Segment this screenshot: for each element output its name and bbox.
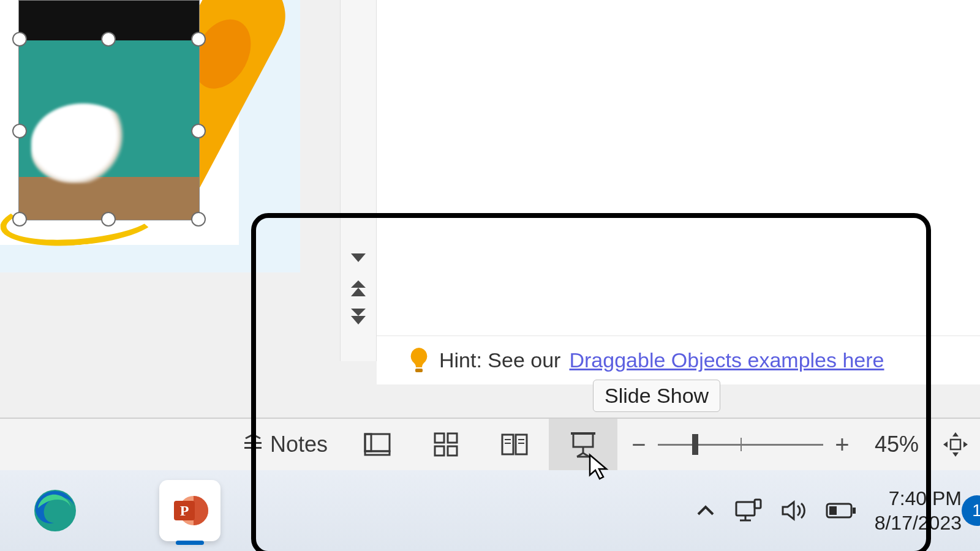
- vertical-scrollbar[interactable]: [340, 0, 377, 361]
- svg-marker-2: [351, 288, 366, 296]
- slide[interactable]: [0, 0, 239, 245]
- notes-label: Notes: [270, 432, 328, 457]
- powerpoint-icon[interactable]: P: [159, 480, 221, 541]
- resize-handle-nw[interactable]: [12, 32, 27, 47]
- svg-marker-3: [351, 309, 366, 316]
- reading-view-icon: [501, 432, 528, 457]
- zoom-slider[interactable]: [658, 444, 823, 446]
- slide-show-icon: [570, 431, 597, 458]
- svg-rect-5: [415, 369, 423, 372]
- taskbar[interactable]: P 7:40 PM 8/17/2023 1: [0, 470, 980, 551]
- battery-icon[interactable]: [826, 501, 856, 520]
- resize-handle-sw[interactable]: [12, 212, 27, 227]
- normal-view-icon: [364, 433, 391, 456]
- svg-rect-21: [573, 433, 593, 447]
- svg-rect-7: [244, 442, 262, 444]
- svg-rect-10: [365, 451, 390, 455]
- fit-to-window-icon: [942, 431, 969, 458]
- svg-rect-13: [435, 446, 444, 455]
- resize-handle-n[interactable]: [101, 32, 116, 47]
- zoom-control: − +: [624, 431, 858, 459]
- clock[interactable]: 7:40 PM 8/17/2023: [875, 486, 962, 535]
- fit-to-window-button[interactable]: [937, 419, 974, 470]
- network-icon[interactable]: [734, 498, 762, 523]
- svg-rect-11: [435, 433, 444, 443]
- svg-text:P: P: [180, 503, 189, 519]
- normal-view-button[interactable]: [343, 419, 412, 470]
- slide-canvas[interactable]: [0, 0, 300, 272]
- resize-handle-ne[interactable]: [191, 32, 206, 47]
- svg-marker-4: [351, 316, 366, 324]
- svg-marker-31: [963, 441, 968, 448]
- slide-show-button[interactable]: [549, 419, 617, 470]
- lightbulb-icon: [407, 347, 431, 375]
- hint-link[interactable]: Draggable Objects examples here: [569, 348, 884, 372]
- slide-sorter-button[interactable]: [412, 419, 480, 470]
- status-bar: Notes − + 45%: [0, 418, 980, 470]
- svg-rect-36: [736, 502, 755, 515]
- hint-bar: Hint: See our Draggable Objects examples…: [377, 335, 980, 384]
- resize-handle-s[interactable]: [101, 212, 116, 227]
- svg-rect-42: [829, 506, 837, 515]
- notes-icon: [242, 433, 264, 455]
- clock-time: 7:40 PM: [875, 486, 962, 511]
- editor-whitespace: [377, 0, 980, 335]
- svg-marker-30: [943, 441, 948, 448]
- grid-icon: [434, 432, 458, 457]
- svg-rect-16: [516, 435, 527, 454]
- zoom-in-button[interactable]: +: [827, 431, 858, 459]
- hint-text-prefix: Hint: See our: [439, 348, 560, 372]
- svg-rect-39: [755, 500, 761, 508]
- zoom-slider-midpoint: [741, 438, 742, 451]
- resize-handle-w[interactable]: [12, 124, 27, 138]
- notes-button[interactable]: Notes: [227, 419, 343, 470]
- svg-rect-15: [502, 435, 513, 454]
- notification-badge[interactable]: 1: [962, 495, 980, 526]
- svg-rect-9: [365, 434, 371, 451]
- zoom-out-button[interactable]: −: [624, 431, 654, 459]
- svg-marker-1: [351, 280, 366, 288]
- scroll-down-icon[interactable]: [350, 251, 367, 264]
- reading-view-button[interactable]: [480, 419, 549, 470]
- notification-count: 1: [972, 501, 980, 520]
- svg-rect-27: [951, 440, 960, 449]
- tooltip-slideshow: Slide Show: [593, 380, 720, 412]
- svg-rect-41: [853, 508, 856, 514]
- svg-rect-8: [365, 434, 390, 451]
- edge-browser-icon[interactable]: [24, 480, 86, 541]
- svg-rect-12: [448, 433, 457, 443]
- tray-overflow-icon[interactable]: [696, 503, 715, 518]
- resize-handle-e[interactable]: [191, 124, 206, 138]
- svg-marker-28: [952, 432, 959, 437]
- previous-slide-icon[interactable]: [350, 279, 367, 298]
- image-region-paw: [31, 103, 135, 183]
- tooltip-label: Slide Show: [605, 384, 709, 407]
- zoom-percent[interactable]: 45%: [875, 432, 919, 457]
- svg-marker-0: [351, 253, 366, 262]
- svg-rect-14: [448, 446, 457, 455]
- zoom-slider-thumb[interactable]: [692, 434, 698, 455]
- resize-handle-se[interactable]: [191, 212, 206, 227]
- svg-marker-29: [952, 452, 959, 457]
- svg-rect-6: [244, 447, 262, 449]
- clock-date: 8/17/2023: [875, 511, 962, 535]
- next-slide-icon[interactable]: [350, 307, 367, 326]
- volume-icon[interactable]: [780, 498, 807, 523]
- system-tray: 7:40 PM 8/17/2023: [696, 486, 962, 535]
